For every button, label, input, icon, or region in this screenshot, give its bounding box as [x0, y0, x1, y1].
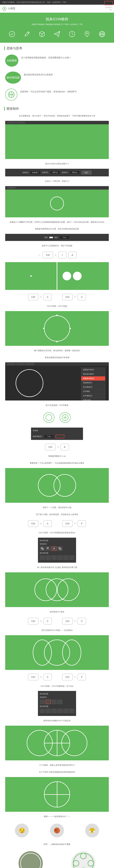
width-label: 宽度(W): [42, 172, 49, 174]
ok-button[interactable]: 确定 [81, 170, 92, 175]
kbd-ctrl: Ctrl [62, 674, 73, 680]
card-pathfinder: 路径查找器 通过路径查找器来进行运算裁剪 [0, 69, 114, 86]
pf-outline[interactable] [63, 555, 69, 560]
pathfinder-panel-2: 路径查找器 形状模式: 路径查找器: [38, 691, 76, 716]
card-analyze: 分析图形 这个篮球图形用圆形就能画，但是需要搭配什么功能？ [0, 52, 114, 69]
screenshot-basketball [5, 726, 109, 761]
arrow-icon: → [37, 253, 41, 257]
step13-caption: Ctrl+C复制，Ctrl+F前置粘贴后变换改宽5px [0, 529, 114, 536]
screenshot-twocircles [5, 468, 109, 503]
menu-item[interactable]: 显示网格(G) [81, 385, 105, 390]
callout-ok [104, 1, 113, 5]
kbd-ctrl: Ctrl [45, 444, 55, 450]
kbd-row-6: Ctrl + C Ctrl + F [0, 671, 114, 683]
hero-subtitle: 用线ICON趁着这个教程相信大家都见不少了现在一起来研究一下吧 [3, 23, 111, 26]
width-field[interactable]: 800 px [50, 170, 60, 174]
svg-rect-9 [47, 547, 48, 549]
kbd-c: C [43, 674, 52, 680]
pf-intersect[interactable] [51, 700, 56, 704]
kbd-ctrl: Ctrl [43, 252, 53, 258]
fill-swatch[interactable] [49, 237, 53, 238]
step3-caption: 接着画上个圆圈在中间位置（文档中心位置虚线到圆最精准大的围，画8个一100x10… [0, 219, 114, 226]
badge-analyze: 分析图形 [5, 55, 18, 67]
menu-item[interactable]: 透视网格(P) [81, 381, 105, 385]
face-1: 😏 [15, 824, 29, 837]
screenshot-circle [5, 186, 109, 217]
kbd-v: V [78, 294, 86, 300]
circle-icon [43, 412, 54, 423]
kbd-ctrl: Ctrl [62, 294, 73, 300]
context-menu[interactable]: 隐藏选中线(H) 锁定参考线(K) 智能参考线(Q) 透视网格(P) 显示网格(… [81, 368, 105, 401]
menu-item[interactable]: 对齐网格 [81, 390, 105, 394]
hero-title: 线条ICON教程 [3, 17, 111, 22]
step20-caption: 先下下面中大家应该圆线来处理的细致如作 [0, 769, 114, 776]
screenshot-arcs [5, 635, 109, 670]
kbd-ctrl: Ctrl [28, 674, 38, 680]
step5-caption: Ctrl+C复制，Ctrl+V粘贴 [0, 303, 114, 310]
plus-circle-icon [60, 412, 71, 423]
pf-unite[interactable] [40, 700, 45, 704]
kbd-ctrl: Ctrl [28, 520, 38, 527]
pf-merge[interactable] [51, 555, 56, 560]
svg-point-2 [86, 33, 88, 34]
kbd-row-2: Ctrl + C Ctrl + V [0, 291, 114, 303]
edit-icon [24, 31, 31, 37]
kbd-a: A [68, 252, 77, 258]
step4-caption: 画布中心正圆画好后，再在下好按键 [0, 242, 114, 249]
increment-label: 键盘增量(K): [33, 435, 42, 438]
brand-text: 小课堂 [8, 7, 15, 10]
card-pathfinder-text: 通过路径查找器来进行运算裁剪 [24, 71, 109, 77]
kbd-c: C [43, 618, 52, 624]
pin-icon [2, 6, 7, 11]
height-label: 高度(H): [62, 172, 68, 174]
face-3: 😤 [85, 824, 99, 837]
step11-caption: 获得了一个正圆，现在来拆中心线 [0, 504, 114, 511]
panel-newdoc: 名称(N): 未标题-1 宽度(W): 800 px 高度(H): 600 px… [5, 169, 109, 176]
screenshot-bigcircle [5, 311, 109, 346]
paper-plane-icon [53, 31, 61, 37]
icon-row [3, 31, 111, 37]
pf-intersect[interactable] [51, 546, 56, 551]
name-field[interactable]: 未标题-1 [30, 170, 41, 175]
pf-divide[interactable] [40, 555, 45, 560]
pf-crop[interactable] [58, 555, 63, 560]
pf-unite[interactable] [40, 546, 45, 551]
step19-caption: 2个大横条，接着上参考查找器来处理它们 [0, 762, 114, 769]
menu-item[interactable]: 对齐点(N) [81, 398, 105, 401]
stroke-field[interactable]: 5 pt [59, 236, 70, 239]
kbd-ctrl: Ctrl [28, 618, 38, 624]
step18-caption: 获得400x1的横条为4个元素合并 [0, 717, 114, 724]
pf-minus-back[interactable] [69, 555, 74, 560]
check-icon [8, 31, 15, 37]
step6-caption: 整个图数值大到文档，移动的时候，都是整一起移动的 [0, 347, 114, 354]
menu-item[interactable]: 隐藏选中线(H) [81, 368, 105, 372]
pin-icon [83, 31, 90, 37]
increment-field[interactable]: 1 px [44, 435, 54, 438]
kbd-v: V [78, 618, 86, 624]
hero: 线条ICON教程 用线ICON趁着这个教程相信大家都见不少了现在一起来研究一下吧 [0, 13, 114, 43]
pf-minus-front[interactable] [45, 700, 51, 704]
panel-prefs: 首选项 键盘增量(K): 1 px [31, 428, 83, 440]
figure-comparison [0, 848, 114, 868]
pf-trim[interactable] [45, 555, 51, 560]
pf-exclude[interactable] [58, 700, 63, 704]
split-shot-1 [5, 262, 109, 290]
step14-caption: 用一路径查找器中的【交集】算同时选中两个圆 [0, 564, 114, 571]
card-summary: 思路理好，可以去动手绘制了图形，再加8条25px，8条线即可 [0, 86, 114, 103]
svg-point-0 [9, 31, 15, 37]
pf-minus-front[interactable] [45, 546, 51, 551]
menu-item[interactable]: 对齐像素(S) [81, 394, 105, 398]
step8-caption: 进入首选项调一下对齐数值 [0, 402, 114, 409]
menu-item[interactable]: 锁定参考线(K) [81, 372, 105, 376]
logo: 小课堂 [2, 7, 15, 10]
step10-caption: 整整是是一下这么简单两个，可以直接按着按键SHIFt画出正圆来 [0, 460, 114, 467]
pf-exclude[interactable] [58, 546, 63, 551]
menu-item-smart-guides[interactable]: 智能参考线(Q) [81, 376, 105, 381]
svg-rect-10 [53, 548, 54, 549]
step17-caption: Ctrl+C复制，Ctrl+F前置粘贴 ↓ 往下5px [0, 683, 114, 690]
prefs-title: 首选项 [33, 429, 38, 432]
step16-caption: 选中交弧按Ctrl+V粘贴←←往左移5px [0, 627, 114, 634]
screenshot-menu: 隐藏选中线(H) 锁定参考线(K) 智能参考线(Q) 透视网格(P) 显示网格(… [5, 362, 109, 401]
height-field[interactable]: 600 px [70, 170, 80, 174]
step12-caption: 是下面小功能，路径查找器，其他画完后上参考线 [0, 511, 114, 518]
